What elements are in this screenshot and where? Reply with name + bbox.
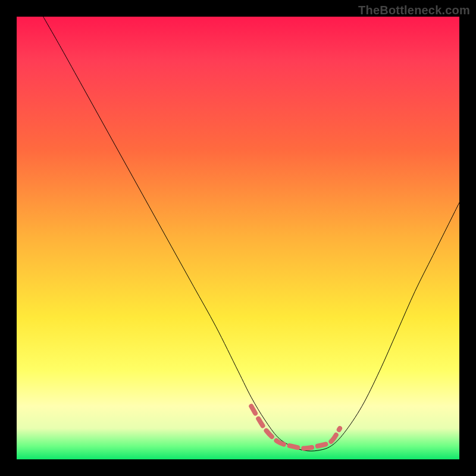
series-highlight-valley bbox=[251, 406, 340, 449]
chart-frame: TheBottleneck.com bbox=[0, 0, 476, 476]
chart-svg bbox=[17, 17, 459, 459]
plot-area bbox=[17, 17, 459, 459]
series-bottleneck-curve bbox=[43, 17, 459, 451]
watermark-text: TheBottleneck.com bbox=[358, 4, 470, 17]
chart-series bbox=[43, 17, 459, 451]
